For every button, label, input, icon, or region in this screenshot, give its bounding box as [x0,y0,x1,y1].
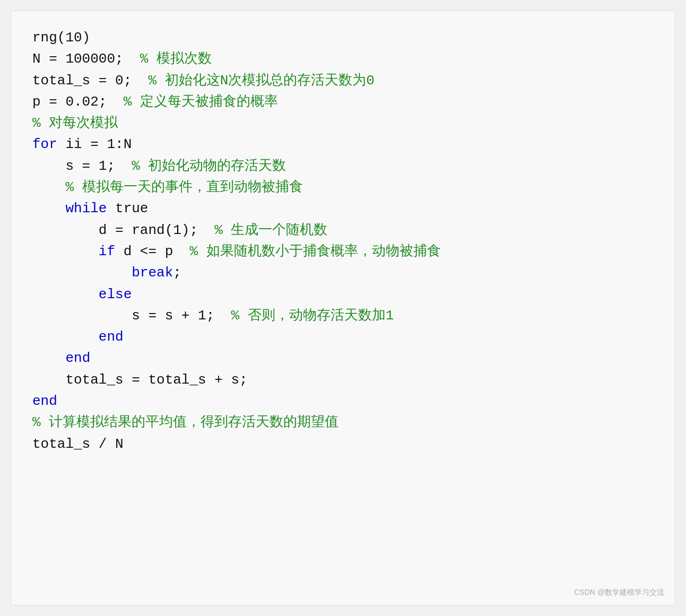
normal-text: s = 1; [32,158,132,174]
code-line: end [32,348,654,369]
code-line: if d <= p % 如果随机数小于捕食概率，动物被捕食 [32,241,654,262]
normal-text: N = 100000; [32,51,140,67]
code-line: % 计算模拟结果的平均值，得到存活天数的期望值 [32,412,654,433]
normal-text [32,329,99,345]
kw-text: for [32,136,57,152]
normal-text: d = rand(1); [32,222,214,238]
normal-text [32,244,99,259]
comment-text: % 否则，动物存活天数加1 [231,308,394,324]
normal-text: ii = 1:N [57,136,132,152]
code-line: break; [32,262,654,283]
code-line: s = 1; % 初始化动物的存活天数 [32,155,654,177]
normal-text: total_s = 0; [32,73,148,89]
code-line: end [32,326,654,348]
normal-text [32,201,65,216]
kw-text: end [32,393,57,409]
normal-text: d <= p [115,244,189,259]
kw-text: break [132,265,173,281]
code-line: total_s / N [32,433,654,455]
kw-text: if [99,244,115,259]
code-line: end [32,391,654,412]
comment-text: % 生成一个随机数 [214,222,327,238]
kw-text: while [65,201,107,216]
code-line: total_s = 0; % 初始化这N次模拟总的存活天数为0 [32,70,654,91]
code-line: N = 100000; % 模拟次数 [32,48,654,70]
watermark: CSDN @数学建模学习交流 [574,588,664,597]
comment-text: % 对每次模拟 [32,115,118,131]
normal-text: true [107,201,148,216]
comment-text: % 初始化这N次模拟总的存活天数为0 [148,73,374,89]
comment-text: % 定义每天被捕食的概率 [124,94,278,110]
code-line: else [32,284,654,305]
code-line: while true [32,198,654,219]
comment-text: % 计算模拟结果的平均值，得到存活天数的期望值 [32,414,338,430]
normal-text: total_s = total_s + s; [32,372,248,388]
kw-text: else [99,287,132,302]
code-line: s = s + 1; % 否则，动物存活天数加1 [32,305,654,326]
comment-text: % 如果随机数小于捕食概率，动物被捕食 [189,244,440,259]
code-line: for ii = 1:N [32,134,654,155]
code-line: rng(10) [32,27,654,48]
code-block: rng(10)N = 100000; % 模拟次数total_s = 0; % … [32,27,654,455]
normal-text: s = s + 1; [32,308,231,324]
code-container: rng(10)N = 100000; % 模拟次数total_s = 0; % … [11,11,675,605]
code-line: d = rand(1); % 生成一个随机数 [32,220,654,241]
code-line: p = 0.02; % 定义每天被捕食的概率 [32,91,654,112]
normal-text [32,179,65,195]
kw-text: end [99,329,124,345]
normal-text: total_s / N [32,436,124,452]
comment-text: % 模拟每一天的事件，直到动物被捕食 [65,179,302,195]
normal-text [32,287,99,302]
normal-text [32,265,132,281]
comment-text: % 初始化动物的存活天数 [132,158,286,174]
comment-text: % 模拟次数 [140,51,212,67]
normal-text: p = 0.02; [32,94,124,110]
code-line: total_s = total_s + s; [32,369,654,391]
kw-text: end [65,350,90,366]
normal-text: rng(10) [32,30,90,46]
normal-text: ; [173,265,181,281]
normal-text [32,350,65,366]
code-line: % 对每次模拟 [32,112,654,134]
code-line: % 模拟每一天的事件，直到动物被捕食 [32,177,654,198]
